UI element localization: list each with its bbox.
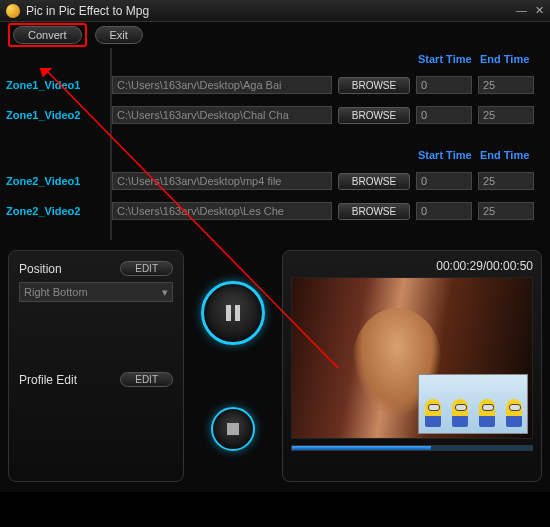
path-input[interactable] xyxy=(112,106,332,124)
app-icon xyxy=(6,4,20,18)
convert-highlight: Convert xyxy=(8,23,87,47)
start-time-header: Start Time xyxy=(416,53,472,65)
pip-content xyxy=(425,399,441,427)
end-time-input[interactable] xyxy=(478,76,534,94)
window-title: Pic in Pic Effect to Mpg xyxy=(26,4,516,18)
position-edit-button[interactable]: EDIT xyxy=(120,261,173,276)
table-row: Zone2_Video1 BROWSE xyxy=(6,166,544,196)
stop-button[interactable] xyxy=(211,407,255,451)
position-section: Position EDIT xyxy=(19,261,173,276)
playback-controls xyxy=(194,250,272,482)
table-row: Zone1_Video2 BROWSE xyxy=(6,100,544,130)
close-icon[interactable]: ✕ xyxy=(535,4,544,17)
path-input[interactable] xyxy=(112,172,332,190)
pip-content xyxy=(452,399,468,427)
position-value: Right Bottom xyxy=(24,286,88,298)
zone1-header: Start Time End Time xyxy=(6,48,544,70)
profile-section: Profile Edit EDIT xyxy=(19,372,173,387)
row-label: Zone1_Video1 xyxy=(6,79,106,91)
end-time-header: End Time xyxy=(478,53,534,65)
zone2-header: Start Time End Time xyxy=(6,144,544,166)
path-input[interactable] xyxy=(112,202,332,220)
position-title: Position xyxy=(19,262,62,276)
row-label: Zone2_Video1 xyxy=(6,175,106,187)
chevron-down-icon: ▾ xyxy=(162,286,168,299)
row-label: Zone1_Video2 xyxy=(6,109,106,121)
end-time-input[interactable] xyxy=(478,202,534,220)
end-time-header: End Time xyxy=(478,149,534,161)
browse-button[interactable]: BROWSE xyxy=(338,107,410,124)
pause-icon xyxy=(226,305,240,321)
start-time-input[interactable] xyxy=(416,172,472,190)
start-time-input[interactable] xyxy=(416,106,472,124)
path-input[interactable] xyxy=(112,76,332,94)
pip-content xyxy=(506,399,522,427)
browse-button[interactable]: BROWSE xyxy=(338,173,410,190)
table-row: Zone1_Video1 BROWSE xyxy=(6,70,544,100)
end-time-input[interactable] xyxy=(478,172,534,190)
browse-button[interactable]: BROWSE xyxy=(338,77,410,94)
vertical-divider xyxy=(110,48,112,240)
pause-button[interactable] xyxy=(201,281,265,345)
minimize-icon[interactable]: — xyxy=(516,4,527,17)
toolbar: Convert Exit xyxy=(0,22,550,48)
preview-panel: 00:00:29/00:00:50 xyxy=(282,250,542,482)
seek-bar[interactable] xyxy=(291,445,533,451)
pip-overlay xyxy=(418,374,528,434)
stop-icon xyxy=(227,423,239,435)
exit-button[interactable]: Exit xyxy=(95,26,143,44)
profile-title: Profile Edit xyxy=(19,373,77,387)
convert-button[interactable]: Convert xyxy=(13,26,82,44)
time-display: 00:00:29/00:00:50 xyxy=(291,259,533,273)
end-time-input[interactable] xyxy=(478,106,534,124)
titlebar: Pic in Pic Effect to Mpg — ✕ xyxy=(0,0,550,22)
table-row: Zone2_Video2 BROWSE xyxy=(6,196,544,226)
row-label: Zone2_Video2 xyxy=(6,205,106,217)
video-preview[interactable] xyxy=(291,277,533,439)
left-panel: Position EDIT Right Bottom ▾ Profile Edi… xyxy=(8,250,184,482)
start-time-input[interactable] xyxy=(416,202,472,220)
seek-progress xyxy=(292,446,431,450)
bottom-area: Position EDIT Right Bottom ▾ Profile Edi… xyxy=(0,240,550,492)
pip-content xyxy=(479,399,495,427)
position-select[interactable]: Right Bottom ▾ xyxy=(19,282,173,302)
window-controls: — ✕ xyxy=(516,4,544,17)
start-time-input[interactable] xyxy=(416,76,472,94)
browse-button[interactable]: BROWSE xyxy=(338,203,410,220)
start-time-header: Start Time xyxy=(416,149,472,161)
video-grid: Start Time End Time Zone1_Video1 BROWSE … xyxy=(0,48,550,240)
profile-edit-button[interactable]: EDIT xyxy=(120,372,173,387)
